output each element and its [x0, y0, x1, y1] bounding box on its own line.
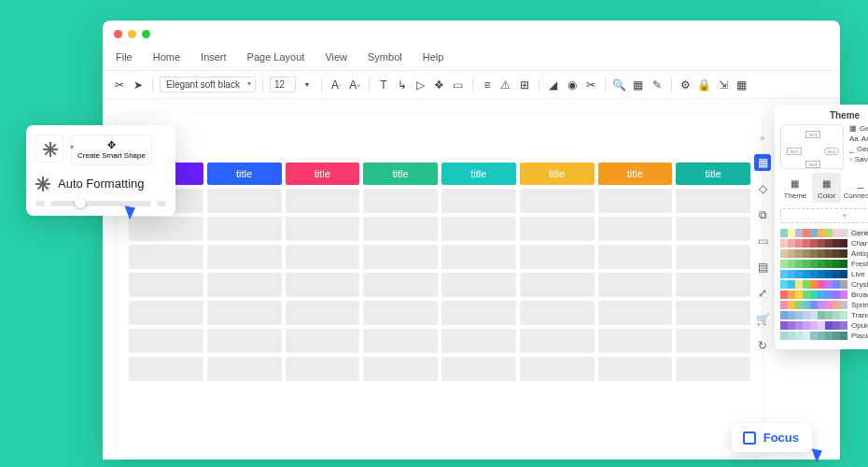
- search-icon[interactable]: 🔍: [612, 78, 627, 92]
- grid-cell[interactable]: [676, 217, 750, 241]
- grid-cell[interactable]: [520, 329, 595, 353]
- maximize-window[interactable]: [142, 30, 150, 38]
- collapse-rail-icon[interactable]: »: [760, 133, 765, 143]
- auto-format-slider[interactable]: [35, 201, 166, 206]
- grid-cell[interactable]: [676, 329, 750, 353]
- cursor-icon[interactable]: ➤: [131, 78, 146, 92]
- text-tool-icon[interactable]: T: [376, 78, 391, 92]
- grid-cell[interactable]: [520, 245, 595, 269]
- column-header[interactable]: title: [363, 163, 438, 185]
- grid-cell[interactable]: [363, 245, 438, 269]
- grid-cell[interactable]: [129, 217, 203, 241]
- font-size-select[interactable]: 12: [270, 77, 296, 92]
- font-decrease-icon[interactable]: A-: [329, 78, 343, 92]
- grid-cell[interactable]: [129, 273, 203, 297]
- rail-shapes-icon[interactable]: ◇: [754, 180, 771, 197]
- grid-cell[interactable]: [520, 301, 595, 325]
- create-smart-shape-button[interactable]: ✥ Create Smart Shape: [71, 134, 152, 165]
- grid-cell[interactable]: [207, 245, 282, 269]
- grid-cell[interactable]: [129, 329, 203, 353]
- grid-cell[interactable]: [598, 357, 673, 381]
- canvas[interactable]: titletitletitletitletitletitletitletitle: [118, 114, 762, 456]
- theme-general-option[interactable]: ▦General: [849, 124, 868, 133]
- grid-cell[interactable]: [520, 357, 595, 381]
- column-header[interactable]: title: [207, 163, 282, 185]
- focus-button[interactable]: Focus: [732, 423, 812, 452]
- column-header[interactable]: title: [286, 163, 360, 185]
- column-header[interactable]: title: [520, 163, 595, 185]
- rail-cart-icon[interactable]: 🛒: [754, 311, 771, 328]
- grid-cell[interactable]: [520, 273, 595, 297]
- ruler-icon[interactable]: ⊞: [517, 78, 532, 92]
- theme-preview[interactable]: text text text text: [780, 124, 844, 169]
- rail-theme-icon[interactable]: ▦: [754, 154, 771, 171]
- grid-cell[interactable]: [441, 245, 516, 269]
- grid-cell[interactable]: [520, 189, 595, 213]
- rail-page-icon[interactable]: ▭: [754, 233, 771, 249]
- grid-cell[interactable]: [598, 217, 673, 241]
- palette-broad[interactable]: Broad: [780, 290, 868, 299]
- column-header[interactable]: title: [598, 163, 673, 185]
- crop-icon[interactable]: ✂: [583, 78, 598, 92]
- close-window[interactable]: [114, 30, 122, 38]
- grid-cell[interactable]: [207, 301, 282, 325]
- palette-antique[interactable]: Antique: [780, 249, 868, 258]
- menu-home[interactable]: Home: [153, 51, 180, 63]
- palette-fresh[interactable]: Fresh: [780, 260, 868, 268]
- rail-layers-icon[interactable]: ⧉: [754, 206, 771, 223]
- column-header[interactable]: title: [676, 163, 750, 185]
- grid-cell[interactable]: [286, 301, 360, 325]
- camera-icon[interactable]: ◉: [565, 78, 580, 92]
- grid-cell[interactable]: [676, 301, 750, 325]
- font-increase-icon[interactable]: A+: [347, 78, 362, 92]
- theme-save-option[interactable]: ▫Save The…: [849, 155, 868, 163]
- theme-connector-option[interactable]: ⎯General 1: [849, 145, 868, 153]
- grid-cell[interactable]: [207, 357, 282, 381]
- grid-cell[interactable]: [286, 273, 360, 297]
- settings-icon[interactable]: ⚙: [679, 78, 693, 92]
- dropdown-icon[interactable]: ▾: [70, 143, 74, 151]
- warning-icon[interactable]: ⚠: [498, 78, 513, 92]
- grid-cell[interactable]: [676, 273, 750, 297]
- size-dropdown-icon[interactable]: ▾: [300, 78, 315, 92]
- more-icon[interactable]: ▦: [735, 78, 749, 92]
- rail-grid-icon[interactable]: ▤: [754, 259, 771, 276]
- menu-help[interactable]: Help: [423, 51, 444, 63]
- palette-opulent[interactable]: Opulent: [780, 321, 868, 330]
- auto-format-icon-button[interactable]: ▾: [35, 134, 63, 163]
- grid-cell[interactable]: [520, 217, 595, 241]
- fill-icon[interactable]: ◢: [546, 78, 561, 92]
- palette-crystal[interactable]: Crystal: [780, 280, 868, 289]
- palette-placid[interactable]: Placid: [780, 332, 868, 340]
- grid-cell[interactable]: [598, 189, 673, 213]
- grid-cell[interactable]: [207, 217, 282, 241]
- cut-icon[interactable]: ✂: [112, 78, 127, 92]
- grid-cell[interactable]: [286, 245, 360, 269]
- grid-cell[interactable]: [129, 301, 203, 325]
- palette-sprinkle[interactable]: Sprinkle: [780, 301, 868, 309]
- grid-cell[interactable]: [286, 217, 360, 241]
- minimize-window[interactable]: [128, 30, 136, 38]
- grid-cell[interactable]: [129, 357, 203, 381]
- grid-cell[interactable]: [676, 245, 750, 269]
- grid-cell[interactable]: [363, 273, 438, 297]
- grid-cell[interactable]: [286, 329, 360, 353]
- column-header[interactable]: title: [441, 163, 516, 185]
- theme-tab-color[interactable]: ▦Color: [812, 173, 842, 203]
- align-icon[interactable]: ≡: [480, 78, 495, 92]
- rail-expand-icon[interactable]: ⤢: [754, 285, 771, 302]
- grid-cell[interactable]: [207, 189, 282, 213]
- grid-cell[interactable]: [441, 273, 516, 297]
- palette-charm[interactable]: Charm: [780, 239, 868, 248]
- pointer-icon[interactable]: ▷: [413, 78, 428, 92]
- grid-cell[interactable]: [129, 245, 203, 269]
- lock-icon[interactable]: 🔒: [697, 78, 712, 92]
- grid-cell[interactable]: [441, 301, 516, 325]
- grid-cell[interactable]: [363, 357, 438, 381]
- theme-font-option[interactable]: AaArial: [849, 134, 868, 143]
- font-select[interactable]: Elegant soft black: [160, 77, 256, 92]
- layers-icon[interactable]: ❖: [432, 78, 447, 92]
- theme-tab-connector[interactable]: ⎯Connector: [843, 173, 868, 203]
- grid-icon[interactable]: ▦: [631, 78, 646, 92]
- grid-cell[interactable]: [441, 189, 516, 213]
